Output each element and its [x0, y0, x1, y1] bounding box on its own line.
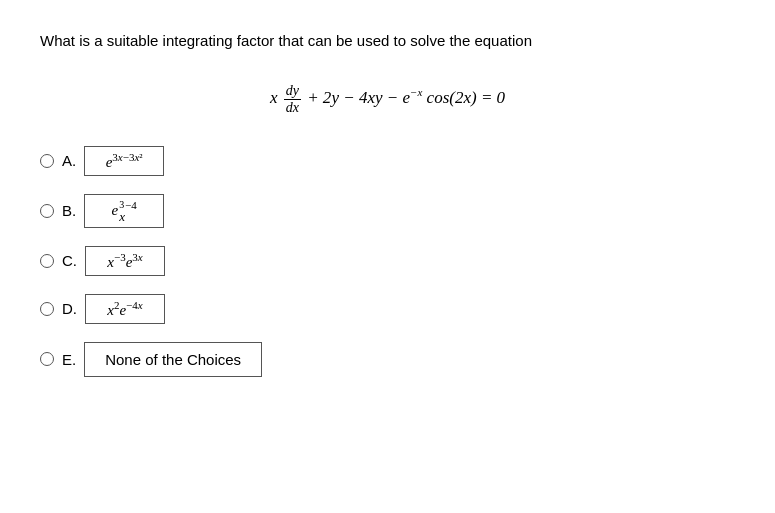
option-a[interactable]: A. e3x−3x²: [40, 146, 735, 176]
question-text: What is a suitable integrating factor th…: [40, 30, 735, 53]
label-c: C.: [62, 252, 77, 269]
label-a: A.: [62, 152, 76, 169]
options-list: A. e3x−3x² B. e3x−4 C. x−3e3x D. x2e−4x …: [40, 146, 735, 377]
label-e: E.: [62, 351, 76, 368]
equation-block: x dy dx + 2y − 4xy − e−x cos(2x) = 0: [40, 83, 735, 116]
radio-b[interactable]: [40, 204, 54, 218]
label-d: D.: [62, 300, 77, 317]
radio-c[interactable]: [40, 254, 54, 268]
radio-e[interactable]: [40, 352, 54, 366]
expr-d: x2e−4x: [85, 294, 165, 324]
expr-c: x−3e3x: [85, 246, 165, 276]
option-c[interactable]: C. x−3e3x: [40, 246, 735, 276]
option-b[interactable]: B. e3x−4: [40, 194, 735, 228]
radio-d[interactable]: [40, 302, 54, 316]
expr-e: None of the Choices: [84, 342, 262, 377]
option-d[interactable]: D. x2e−4x: [40, 294, 735, 324]
label-b: B.: [62, 202, 76, 219]
expr-b: e3x−4: [84, 194, 164, 228]
expr-a: e3x−3x²: [84, 146, 164, 176]
radio-a[interactable]: [40, 154, 54, 168]
option-e[interactable]: E. None of the Choices: [40, 342, 735, 377]
